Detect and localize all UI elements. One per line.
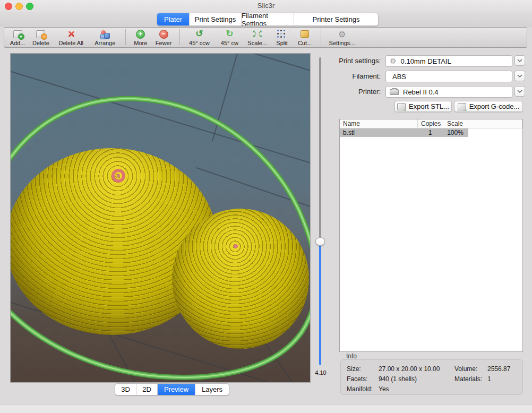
add-cube-icon: + bbox=[13, 30, 22, 38]
printer-dropdown-button[interactable] bbox=[514, 86, 525, 97]
fewer-button[interactable]: − Fewer bbox=[156, 29, 172, 46]
titlebar: Slic3r bbox=[0, 0, 532, 12]
printer-label: Printer: bbox=[321, 88, 381, 96]
cut-cube-icon bbox=[301, 30, 309, 38]
chevron-down-icon bbox=[517, 74, 522, 78]
scale-arrows-icon: ↖↗↙↘ bbox=[253, 30, 262, 38]
chevron-down-icon bbox=[517, 90, 522, 93]
table-row[interactable]: b.stl 1 100% bbox=[340, 128, 522, 137]
print-settings-label: Print settings: bbox=[321, 57, 381, 65]
scale-button[interactable]: ↖↗↙↘ Scale... bbox=[247, 29, 267, 46]
print-settings-select[interactable]: ⚙ 0.10mm DETAIL bbox=[385, 55, 512, 67]
print-settings-dropdown-button[interactable] bbox=[514, 55, 525, 66]
arrange-icon bbox=[100, 30, 110, 39]
gear-icon: ⚙ bbox=[390, 57, 397, 65]
preview-3d-viewport[interactable] bbox=[10, 53, 311, 383]
size-value: 27.00 x 20.00 x 10.00 bbox=[379, 365, 454, 373]
column-header-blank bbox=[468, 119, 522, 128]
tab-printer-settings[interactable]: Printer Settings bbox=[294, 13, 378, 25]
more-plus-icon: + bbox=[136, 30, 145, 39]
split-dots-icon bbox=[277, 30, 287, 38]
export-icon bbox=[397, 103, 406, 110]
rotate-ccw-icon: ↺ bbox=[195, 29, 203, 39]
view-tab-layers[interactable]: Layers bbox=[195, 384, 229, 395]
layer-slider-track-filled[interactable] bbox=[319, 238, 321, 365]
arrange-button[interactable]: Arrange bbox=[93, 29, 117, 46]
rotate-ccw-button[interactable]: ↺ 45° ccw bbox=[187, 29, 211, 46]
delete-all-button[interactable]: Delete All bbox=[56, 29, 86, 46]
filament-value: ABS bbox=[392, 73, 406, 81]
filament-label: Filament: bbox=[321, 72, 381, 80]
size-label: Size: bbox=[347, 365, 379, 373]
status-bar bbox=[0, 404, 532, 413]
facets-label: Facets: bbox=[347, 375, 379, 383]
more-button[interactable]: + More bbox=[133, 29, 149, 46]
delete-button[interactable]: − Delete bbox=[32, 29, 49, 46]
object-name: b.stl bbox=[340, 128, 418, 137]
printer-value: Rebel II 0.4 bbox=[403, 88, 439, 96]
toolbar: + Add... − Delete Delete All Arrange + M… bbox=[4, 27, 527, 48]
table-header-row: Name Copies Scale bbox=[340, 119, 522, 128]
printer-icon bbox=[390, 89, 399, 95]
materials-label: Materials: bbox=[454, 375, 487, 383]
rotate-cw-icon: ↻ bbox=[226, 29, 233, 39]
object-list-table: Name Copies Scale b.stl 1 100% bbox=[339, 119, 523, 352]
print-settings-value: 0.10mm DETAIL bbox=[401, 57, 451, 65]
column-header-name[interactable]: Name bbox=[340, 119, 418, 128]
export-gcode-button[interactable]: Export G-code... bbox=[454, 101, 523, 112]
printer-select[interactable]: Rebel II 0.4 bbox=[385, 86, 512, 98]
view-tab-preview[interactable]: Preview bbox=[158, 384, 195, 395]
split-button[interactable]: Split bbox=[274, 29, 290, 46]
tab-plater[interactable]: Plater bbox=[157, 13, 190, 25]
materials-value: 1 bbox=[487, 375, 522, 383]
view-tab-3d[interactable]: 3D bbox=[115, 384, 136, 395]
info-box: Size: 27.00 x 20.00 x 10.00 Volume: 2556… bbox=[340, 359, 523, 395]
view-mode-tab-bar: 3D 2D Preview Layers bbox=[115, 383, 229, 395]
perimeter-highlight-dot-small bbox=[234, 244, 238, 248]
layer-slider-thumb[interactable] bbox=[315, 237, 325, 246]
window-title: Slic3r bbox=[0, 2, 532, 10]
volume-value: 2556.87 bbox=[487, 365, 522, 373]
tab-print-settings[interactable]: Print Settings bbox=[190, 13, 242, 25]
export-icon bbox=[458, 103, 466, 110]
object-scale: 100% bbox=[442, 128, 468, 137]
layer-slider-track[interactable] bbox=[319, 57, 321, 238]
layer-slider-value: 4.10 bbox=[311, 369, 330, 376]
perimeter-highlight-dot-large bbox=[117, 174, 120, 177]
info-section-title: Info bbox=[346, 352, 357, 360]
facets-value: 940 (1 shells) bbox=[379, 375, 454, 383]
manifold-value: Yes bbox=[379, 385, 454, 393]
gear-icon: ⚙ bbox=[338, 30, 346, 39]
cut-button[interactable]: Cut... bbox=[297, 29, 313, 46]
manifold-label: Manifold: bbox=[347, 385, 379, 393]
column-header-scale[interactable]: Scale bbox=[442, 119, 468, 128]
object-copies: 1 bbox=[418, 128, 442, 137]
toolbar-separator bbox=[179, 29, 180, 45]
view-tab-2d[interactable]: 2D bbox=[136, 384, 158, 395]
volume-label: Volume: bbox=[454, 365, 487, 373]
slic3r-window: Slic3r Plater Print Settings Filament Se… bbox=[0, 0, 532, 413]
export-stl-button[interactable]: Export STL... bbox=[394, 101, 452, 112]
toolbar-separator bbox=[125, 29, 126, 45]
chevron-down-icon bbox=[517, 59, 522, 62]
red-x-icon bbox=[67, 30, 75, 38]
sliced-object-small[interactable] bbox=[172, 209, 309, 349]
toolbar-separator bbox=[321, 29, 321, 45]
main-tab-bar: Plater Print Settings Filament Settings … bbox=[157, 13, 379, 26]
delete-cube-icon: − bbox=[36, 30, 45, 38]
rotate-cw-button[interactable]: ↻ 45° cw bbox=[218, 29, 241, 46]
filament-select[interactable]: ABS bbox=[385, 71, 512, 82]
column-header-copies[interactable]: Copies bbox=[418, 119, 442, 128]
fewer-minus-icon: − bbox=[159, 30, 168, 39]
filament-dropdown-button[interactable] bbox=[514, 71, 525, 81]
tab-filament-settings[interactable]: Filament Settings bbox=[242, 13, 294, 25]
object-settings-button[interactable]: ⚙ Settings... bbox=[328, 29, 356, 46]
add-button[interactable]: + Add... bbox=[10, 29, 25, 46]
